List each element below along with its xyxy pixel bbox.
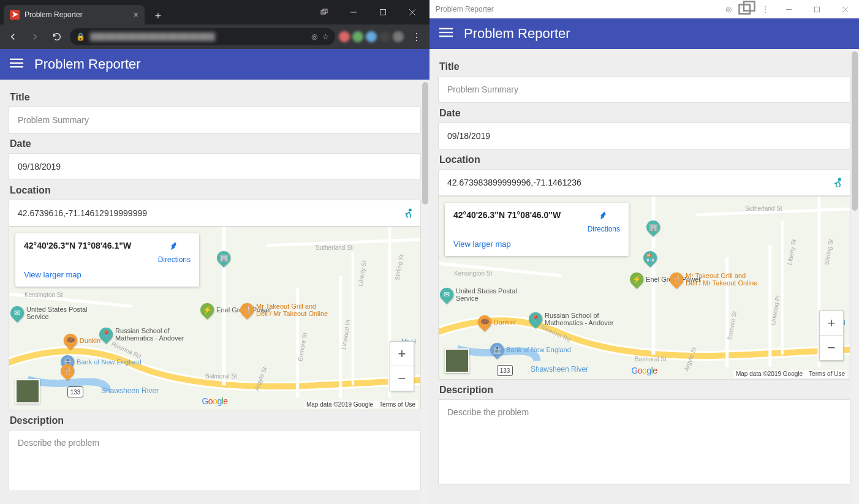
window-close-icon[interactable] (399, 3, 426, 21)
window-minimize-icon[interactable] (340, 3, 367, 21)
locate-titlebar-icon[interactable]: ◎ (719, 0, 738, 18)
view-larger-map-link[interactable]: View larger map (453, 239, 620, 249)
taskview-icon[interactable] (738, 0, 756, 18)
menu-icon[interactable] (10, 56, 23, 72)
poi-usps[interactable]: ✉ United States Postal Service (10, 306, 100, 320)
date-label: Date (439, 108, 849, 119)
poi-usps[interactable]: ✉ United States Postal Service (440, 287, 529, 302)
date-value: 09/18/2019 (447, 131, 490, 141)
map-zoom-control: + − (819, 310, 844, 361)
street-balmoral: Balmoral St (205, 373, 237, 380)
title-input[interactable]: Problem Summary (438, 76, 850, 103)
poi-bank[interactable]: 🏦 Bank of New England (490, 343, 571, 356)
title-label: Title (10, 92, 420, 103)
satellite-toggle[interactable] (445, 348, 469, 373)
svg-rect-3 (380, 10, 386, 15)
google-logo: Google (202, 396, 227, 406)
target-icon[interactable]: ◎ (311, 32, 317, 41)
directions-button[interactable]: Directions (158, 241, 191, 264)
description-placeholder: Describe the problem (18, 438, 412, 448)
poi-restaurant[interactable]: 🍴 (61, 364, 74, 378)
map-data-attr: Map data ©2019 Google (736, 370, 803, 377)
zoom-out-button[interactable]: − (390, 366, 414, 391)
locate-icon[interactable] (402, 207, 414, 219)
map-coordinates: 42°40'26.3"N 71°08'46.1"W (24, 241, 131, 250)
map-infocard: 42°40'26.3"N 71°08'46.0"W Directions Vie… (445, 203, 629, 256)
menu-icon[interactable] (439, 26, 453, 42)
location-value: 42.673983899999996,-71.1461236 (447, 178, 581, 187)
nav-forward-button[interactable] (26, 28, 44, 46)
date-input[interactable]: 09/18/2019 (438, 122, 850, 149)
location-value: 42.6739616,-71.14612919999999 (18, 208, 147, 218)
locate-icon[interactable] (831, 176, 844, 189)
scrollbar[interactable] (421, 80, 430, 504)
window-maximize-icon[interactable] (369, 3, 396, 21)
map-data-attr: Map data ©2019 Google (306, 401, 373, 408)
svg-rect-7 (10, 62, 23, 64)
poi-takeout[interactable]: 🍴 Mr Takeout Grill and Deli / Mr Takeout… (670, 272, 759, 287)
poi-marker[interactable]: 🏢 (217, 251, 230, 265)
location-input[interactable]: 42.673983899999996,-71.1461236 (438, 169, 850, 196)
poi-marker[interactable]: 🏪 (643, 251, 657, 265)
location-input[interactable]: 42.6739616,-71.14612919999999 (9, 200, 421, 227)
title-placeholder: Problem Summary (18, 115, 412, 125)
street-kensington: Kensington St (454, 270, 492, 277)
app-topbar: Problem Reporter (0, 49, 430, 80)
description-label: Description (10, 415, 420, 426)
window-maximize-icon[interactable] (803, 0, 831, 18)
zoom-in-button[interactable]: + (390, 342, 414, 366)
tab-close-icon[interactable]: × (134, 10, 138, 20)
map-terms-link[interactable]: Terms of Use (809, 370, 845, 377)
poi-takeout[interactable]: 🍴 Mr Takeout Grill and Deli / Mr Takeout… (240, 303, 330, 317)
form-area: Title Problem Summary Date 09/18/2019 Lo… (0, 80, 430, 504)
date-value: 09/18/2019 (18, 162, 61, 171)
zoom-out-button[interactable]: − (820, 336, 843, 360)
nav-back-button[interactable] (4, 28, 22, 46)
svg-rect-26 (439, 36, 453, 37)
address-bar[interactable]: 🔒 ████████████████████████ ◎ ☆ (70, 28, 335, 45)
svg-point-9 (409, 209, 411, 211)
form-area: Title Problem Summary Date 09/18/2019 Lo… (430, 49, 859, 504)
directions-button[interactable]: Directions (588, 210, 620, 233)
tab-title: Problem Reporter (25, 10, 129, 19)
title-placeholder: Problem Summary (447, 85, 841, 94)
window-close-icon[interactable] (831, 0, 859, 18)
scrollbar[interactable] (850, 49, 859, 504)
poi-dunkin[interactable]: 🍩 Dunkin' (64, 334, 102, 347)
directions-label: Directions (158, 255, 191, 264)
taskview-icon[interactable] (311, 3, 338, 21)
poi-marker[interactable]: 🏢 (646, 220, 660, 234)
star-icon[interactable]: ☆ (322, 32, 329, 41)
window-minimize-icon[interactable] (774, 0, 803, 18)
title-label: Title (439, 61, 849, 72)
native-titlebar: Problem Reporter ◎ ⋮ (430, 0, 859, 18)
zoom-in-button[interactable]: + (820, 311, 843, 336)
browser-tab[interactable]: ⮞ Problem Reporter × (4, 5, 145, 24)
street-kensington: Kensington St (25, 291, 62, 298)
nav-reload-button[interactable] (48, 28, 66, 46)
kebab-menu-icon[interactable]: ⋮ (756, 0, 774, 18)
new-tab-button[interactable]: + (149, 7, 167, 24)
lock-icon: 🔒 (76, 32, 85, 41)
extension-icons[interactable] (339, 31, 404, 42)
map-zoom-control: + − (390, 341, 414, 391)
view-larger-map-link[interactable]: View larger map (24, 270, 191, 279)
svg-point-27 (839, 178, 841, 180)
location-map[interactable]: 42°40'26.3"N 71°08'46.1"W Directions Vie… (9, 227, 421, 410)
svg-rect-21 (814, 7, 819, 12)
svg-rect-25 (439, 32, 453, 33)
description-input[interactable]: Describe the problem (438, 399, 850, 485)
tab-favicon: ⮞ (10, 10, 20, 20)
satellite-toggle[interactable] (15, 379, 40, 404)
browser-menu-icon[interactable]: ⋮ (407, 28, 426, 46)
address-url: ████████████████████████ (90, 32, 306, 41)
date-input[interactable]: 09/18/2019 (9, 153, 421, 180)
app-title: Problem Reporter (34, 56, 141, 72)
map-attribution: Map data ©2019 Google Terms of Use (304, 401, 418, 408)
location-label: Location (439, 154, 849, 165)
title-input[interactable]: Problem Summary (9, 107, 421, 134)
description-input[interactable]: Describe the problem (9, 430, 421, 491)
map-terms-link[interactable]: Terms of Use (379, 401, 415, 408)
poi-dunkin[interactable]: 🍩 Dunkin' (478, 315, 516, 329)
location-map[interactable]: 42°40'26.3"N 71°08'46.0"W Directions Vie… (438, 196, 850, 380)
